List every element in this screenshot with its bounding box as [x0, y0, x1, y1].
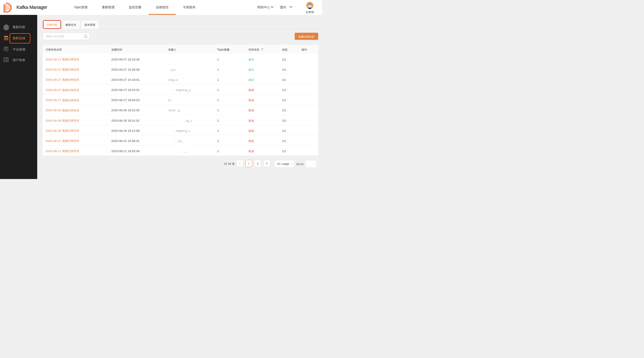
- svg-text:$: $: [6, 38, 8, 40]
